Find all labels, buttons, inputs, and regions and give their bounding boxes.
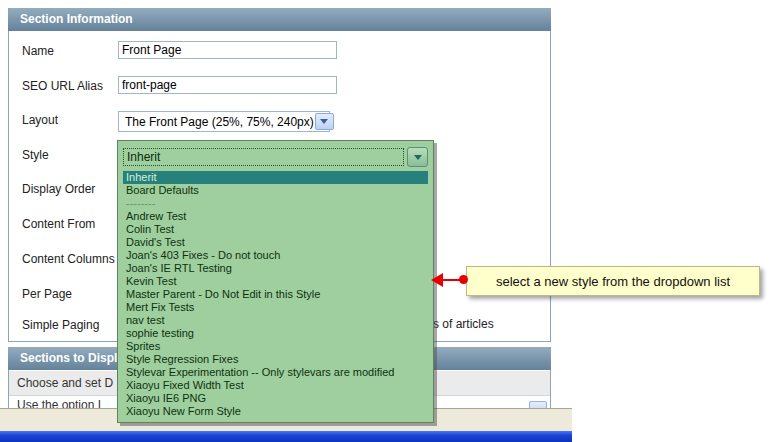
field-label-simple-paging: Simple Paging (22, 318, 99, 332)
panel-title: Section Information (20, 12, 133, 26)
window-bottom-border (0, 431, 572, 442)
panel-title: Sections to Display (20, 351, 131, 365)
style-option[interactable]: Xiaoyu New Form Style (123, 405, 428, 418)
style-option[interactable]: Xiaoyu IE6 PNG (123, 392, 428, 405)
seo-url-alias-input[interactable] (118, 76, 337, 94)
style-option[interactable]: David's Test (123, 236, 428, 249)
layout-select-arrow-button[interactable] (315, 113, 334, 130)
field-label-style: Style (22, 148, 49, 162)
style-option[interactable]: sophie testing (123, 327, 428, 340)
layout-select-value: The Front Page (25%, 75%, 240px) (119, 115, 314, 129)
annotation-text: select a new style from the dropdown lis… (496, 274, 730, 289)
simple-paging-text-fragment: s of articles (433, 317, 494, 331)
style-option[interactable]: Xiaoyu Fixed Width Test (123, 379, 428, 392)
section-information-header: Section Information (8, 8, 551, 31)
field-label-per-page: Per Page (22, 287, 72, 301)
style-option[interactable]: Board Defaults (123, 184, 428, 197)
field-label-content-columns: Content Columns (22, 252, 115, 266)
style-option[interactable]: Andrew Test (123, 210, 428, 223)
style-option[interactable]: Joan's 403 Fixes - Do not touch (123, 249, 428, 262)
style-select-row[interactable]: Inherit (123, 147, 428, 167)
annotation-arrow-dot (459, 275, 468, 284)
arrow-left-icon (431, 273, 443, 287)
style-option[interactable]: Mert Fix Tests (123, 301, 428, 314)
name-input[interactable] (118, 41, 337, 59)
annotation-callout: select a new style from the dropdown lis… (466, 266, 760, 296)
layout-select[interactable]: The Front Page (25%, 75%, 240px) (118, 111, 330, 132)
style-select-value[interactable]: Inherit (123, 148, 404, 166)
style-option[interactable]: nav test (123, 314, 428, 327)
field-label-content-from: Content From (22, 217, 95, 231)
style-option[interactable]: Sprites (123, 340, 428, 353)
style-option[interactable]: -------- (123, 197, 428, 210)
chevron-down-icon (320, 119, 328, 124)
field-label-display-order: Display Order (22, 182, 95, 196)
style-option[interactable]: Style Regression Fixes (123, 353, 428, 366)
style-option[interactable]: Inherit (123, 171, 428, 184)
style-options-list[interactable]: InheritBoard Defaults--------Andrew Test… (123, 171, 428, 419)
field-label-layout: Layout (22, 113, 58, 127)
chevron-down-icon (414, 155, 422, 160)
style-option[interactable]: Colin Test (123, 223, 428, 236)
style-select-open[interactable]: Inherit InheritBoard Defaults--------And… (117, 140, 434, 423)
field-label-name: Name (22, 44, 54, 58)
style-option[interactable]: Master Parent - Do Not Edit in this Styl… (123, 288, 428, 301)
style-option[interactable]: Joan's IE RTL Testing (123, 262, 428, 275)
style-option[interactable]: Kevin Test (123, 275, 428, 288)
style-option[interactable]: Stylevar Experimentation -- Only styleva… (123, 366, 428, 379)
style-select-arrow-button[interactable] (407, 147, 428, 167)
field-label-seo-url-alias: SEO URL Alias (22, 79, 103, 93)
